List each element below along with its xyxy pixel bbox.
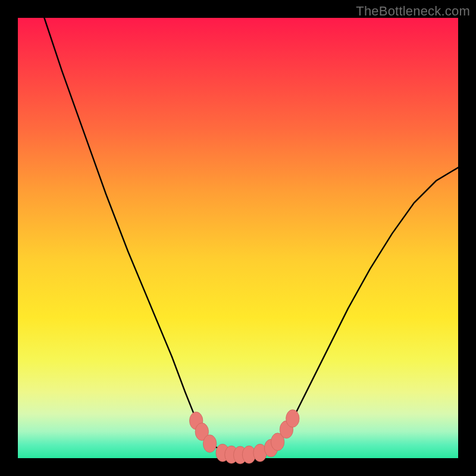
plot-area bbox=[18, 18, 458, 458]
curve-marker bbox=[286, 410, 299, 428]
curve-markers bbox=[190, 410, 299, 464]
watermark: TheBottleneck.com bbox=[356, 4, 470, 19]
bottleneck-curve-svg bbox=[18, 18, 458, 458]
curve-marker bbox=[203, 435, 216, 453]
chart-frame: TheBottleneck.com bbox=[0, 0, 476, 476]
bottleneck-curve bbox=[44, 18, 458, 455]
